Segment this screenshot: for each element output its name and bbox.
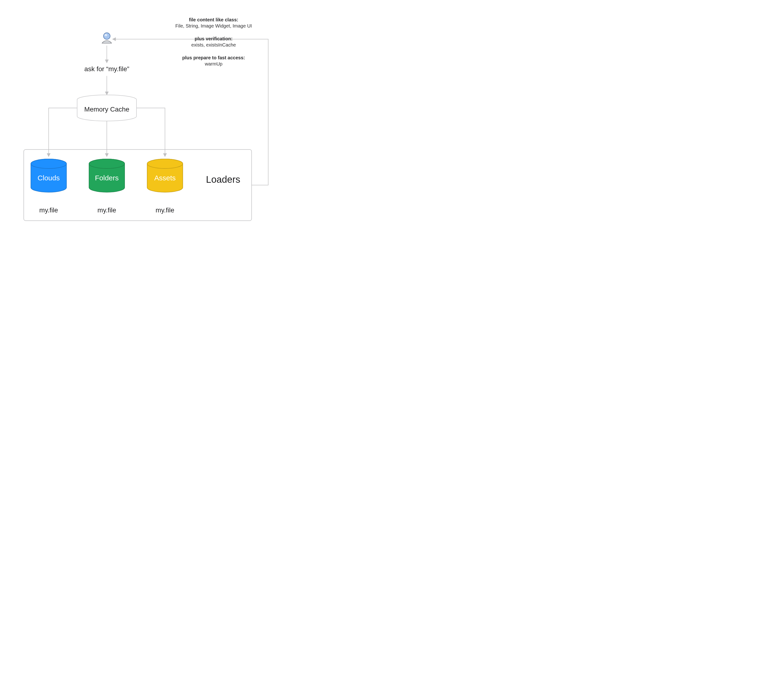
user-icon bbox=[102, 33, 112, 43]
notes-block: file content like class: File, String, I… bbox=[176, 17, 252, 67]
loader-file-label: my.file bbox=[156, 207, 174, 214]
loader-label: Clouds bbox=[37, 174, 59, 182]
notes-verify-body: exists, existsInCache bbox=[191, 42, 236, 47]
memory-cache-label: Memory Cache bbox=[84, 106, 129, 113]
svg-point-6 bbox=[147, 159, 183, 168]
loader-folders: Folders bbox=[89, 159, 124, 192]
ask-label: ask for “my.file” bbox=[84, 65, 129, 73]
svg-point-5 bbox=[89, 159, 124, 168]
svg-point-2 bbox=[104, 33, 110, 39]
notes-prepare-body: warmUp bbox=[205, 61, 222, 67]
architecture-diagram: ask for “my.file” Memory Cache Loaders C… bbox=[0, 0, 275, 236]
loader-file-label: my.file bbox=[98, 207, 116, 214]
notes-verify-title: plus verification: bbox=[194, 36, 233, 41]
notes-content-title: file content like class: bbox=[189, 17, 238, 22]
loader-file-label: my.file bbox=[39, 207, 58, 214]
loader-clouds: Clouds bbox=[31, 159, 67, 192]
notes-prepare-title: plus prepare to fast access: bbox=[182, 55, 245, 60]
memory-cache-cylinder: Memory Cache bbox=[77, 95, 137, 121]
loaders-title: Loaders bbox=[206, 174, 240, 185]
svg-point-4 bbox=[31, 159, 67, 168]
loader-assets: Assets bbox=[147, 159, 183, 192]
loader-label: Folders bbox=[95, 174, 119, 182]
loader-label: Assets bbox=[154, 174, 176, 182]
notes-content-body: File, String, Image Widget, Image UI bbox=[176, 23, 252, 28]
svg-point-3 bbox=[104, 34, 107, 36]
